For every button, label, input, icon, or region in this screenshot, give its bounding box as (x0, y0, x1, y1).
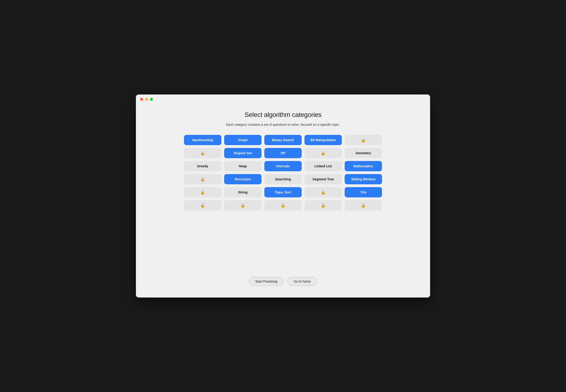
category-btn-linked-list[interactable]: Linked List (305, 161, 342, 171)
category-btn-heap[interactable]: Heap (224, 161, 261, 171)
category-btn-locked7: 🔒 (184, 200, 221, 210)
start-practicing-button[interactable]: Start Practicing (249, 277, 284, 286)
category-btn-locked3: 🔒 (305, 148, 342, 158)
lock-icon: 🔒 (361, 138, 366, 142)
category-btn-locked11: 🔒 (345, 200, 382, 210)
app-window: Select algorithm categories Each categor… (136, 95, 430, 297)
category-btn-backtracking[interactable]: Backtracking (184, 135, 221, 145)
lock-icon: 🔒 (321, 190, 325, 195)
category-btn-bit-manipulation[interactable]: Bit Manipulation (305, 135, 342, 145)
category-btn-searching[interactable]: Searching (264, 174, 302, 184)
close-button[interactable] (140, 98, 143, 101)
category-btn-locked4: 🔒 (184, 174, 221, 184)
main-content: Select algorithm categories Each categor… (136, 104, 430, 297)
category-btn-locked5: 🔒 (184, 187, 221, 197)
category-btn-locked8: 🔒 (224, 200, 261, 210)
lock-icon: 🔒 (200, 203, 205, 208)
page-subtitle: Each category contains a set of question… (226, 123, 340, 126)
lock-icon: 🔒 (361, 203, 366, 208)
category-btn-graph[interactable]: Graph (224, 135, 261, 145)
lock-icon: 🔒 (200, 190, 205, 195)
category-btn-disjoint-set[interactable]: Disjoint Set (224, 148, 261, 158)
category-btn-trie[interactable]: Trie (345, 187, 382, 197)
category-btn-binary-search[interactable]: Binary Search (264, 135, 302, 145)
minimize-button[interactable] (145, 98, 148, 101)
category-btn-dp[interactable]: DP (264, 148, 302, 158)
go-to-home-button[interactable]: Go to home (288, 277, 317, 286)
category-btn-sliding-window[interactable]: Sliding Window (345, 174, 382, 184)
category-btn-segment-tree[interactable]: Segment Tree (305, 174, 342, 184)
category-btn-geometry[interactable]: Geometry (345, 148, 382, 158)
lock-icon: 🔒 (281, 203, 285, 208)
category-btn-locked9: 🔒 (264, 200, 302, 210)
category-grid: BacktrackingGraphBinary SearchBit Manipu… (184, 135, 382, 210)
maximize-button[interactable] (150, 98, 153, 101)
category-btn-locked1: 🔒 (345, 135, 382, 145)
category-btn-locked2: 🔒 (184, 148, 221, 158)
page-title: Select algorithm categories (245, 111, 321, 119)
category-btn-intervals[interactable]: Intervals (264, 161, 302, 171)
category-btn-topo-sort[interactable]: Topo. Sort (264, 187, 302, 197)
category-btn-recursion[interactable]: Recursion (224, 174, 261, 184)
lock-icon: 🔒 (321, 203, 325, 208)
bottom-actions: Start Practicing Go to home (249, 277, 317, 286)
lock-icon: 🔒 (200, 151, 205, 155)
category-btn-mathematics[interactable]: Mathematics (345, 161, 382, 171)
lock-icon: 🔒 (200, 177, 205, 182)
lock-icon: 🔒 (241, 203, 245, 208)
title-bar (136, 95, 430, 104)
category-btn-locked10: 🔒 (305, 200, 342, 210)
category-btn-locked6: 🔒 (305, 187, 342, 197)
category-btn-greedy[interactable]: Greedy (184, 161, 221, 171)
category-btn-string[interactable]: String (224, 187, 261, 197)
lock-icon: 🔒 (321, 151, 325, 155)
